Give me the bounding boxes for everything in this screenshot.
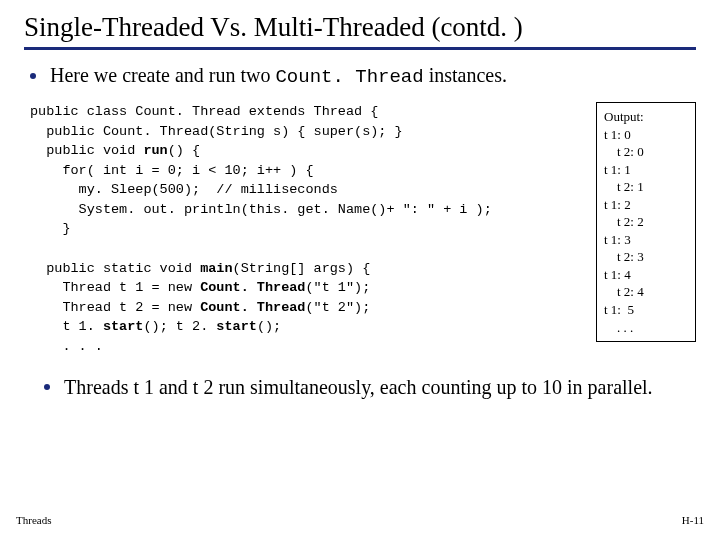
bullet-2: Threads t 1 and t 2 run simultaneously, …: [24, 374, 696, 400]
bullet-dot-icon: [30, 73, 36, 79]
bullet-1-text: Here we create and run two Count. Thread…: [50, 64, 507, 88]
bullet-2-text: Threads t 1 and t 2 run simultaneously, …: [64, 374, 653, 400]
bullet-1-mono: Count. Thread: [275, 66, 423, 88]
output-box: Output: t 1: 0 t 2: 0 t 1: 1 t 2: 1 t 1:…: [596, 102, 696, 342]
bullet-1-post: instances.: [424, 64, 507, 86]
footer: Threads H-11: [16, 514, 704, 526]
title-underline: [24, 47, 696, 50]
code-block: public class Count. Thread extends Threa…: [30, 102, 578, 356]
bullet-dot-icon: [44, 384, 50, 390]
bullet-1-pre: Here we create and run two: [50, 64, 275, 86]
bullet-1: Here we create and run two Count. Thread…: [24, 64, 696, 88]
content-row: public class Count. Thread extends Threa…: [24, 102, 696, 356]
footer-left: Threads: [16, 514, 51, 526]
slide-title: Single-Threaded Vs. Multi-Threaded (cont…: [24, 12, 696, 43]
footer-right: H-11: [682, 514, 704, 526]
